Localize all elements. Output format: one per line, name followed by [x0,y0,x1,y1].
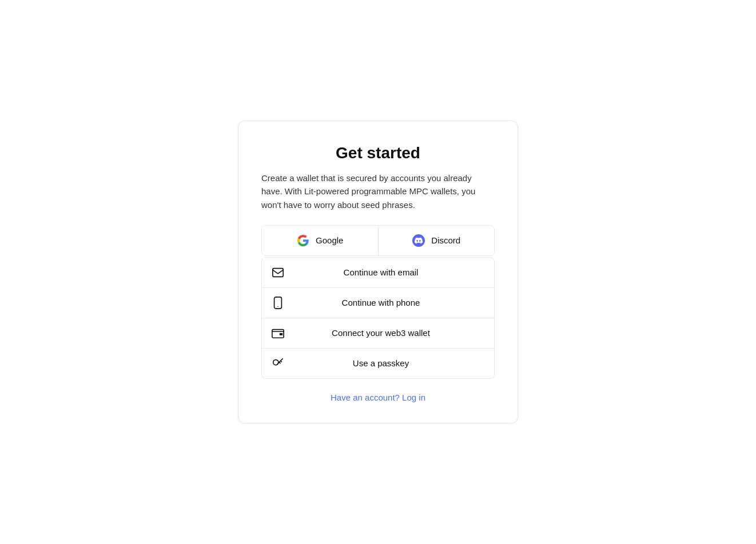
web3-wallet-button-label: Connect your web3 wallet [293,328,469,338]
svg-point-5 [273,359,278,365]
key-icon [271,357,285,370]
phone-button-label: Continue with phone [293,298,469,307]
discord-button-label: Discord [431,235,460,245]
passkey-button-label: Use a passkey [293,358,469,368]
passkey-button[interactable]: Use a passkey [261,349,495,379]
page-title: Get started [261,144,495,162]
mail-icon [271,266,285,279]
svg-point-2 [277,306,278,307]
google-button[interactable]: Google [262,226,379,255]
page-description: Create a wallet that is secured by accou… [261,171,495,211]
google-button-label: Google [316,235,343,245]
google-icon [296,234,310,247]
discord-button[interactable]: Discord [379,226,495,255]
phone-icon [271,296,285,310]
get-started-card: Get started Create a wallet that is secu… [238,121,518,423]
svg-rect-0 [273,269,283,277]
web3-wallet-button[interactable]: Connect your web3 wallet [261,318,495,349]
phone-button[interactable]: Continue with phone [261,288,495,318]
social-buttons-row: Google Discord [261,225,495,256]
svg-rect-4 [280,333,283,335]
wallet-icon [271,326,285,340]
login-link[interactable]: Have an account? Log in [261,393,495,402]
discord-icon [412,234,425,247]
email-button[interactable]: Continue with email [261,257,495,288]
email-button-label: Continue with email [293,267,469,277]
options-list: Continue with email Continue with phone … [261,257,495,379]
